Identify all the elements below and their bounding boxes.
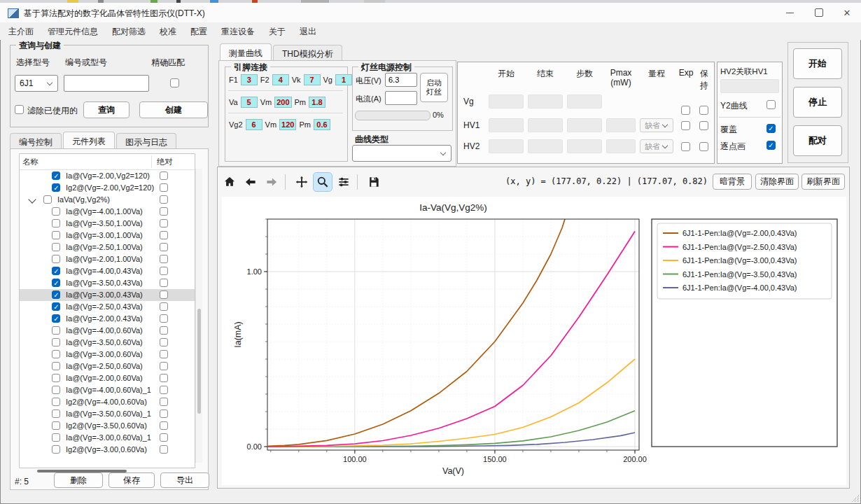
expander-icon[interactable] bbox=[28, 195, 36, 203]
abs-checkbox[interactable] bbox=[160, 314, 168, 323]
pair-button[interactable]: 配对 bbox=[793, 125, 842, 156]
model-select[interactable]: 6J1 bbox=[15, 75, 58, 92]
exp-checkbox[interactable] bbox=[681, 121, 690, 130]
create-button[interactable]: 创建 bbox=[139, 102, 208, 118]
menu-item[interactable]: 配对筛选 bbox=[105, 22, 153, 41]
item-checkbox[interactable] bbox=[52, 290, 60, 299]
list-item[interactable]: Ig2@(Vg=-3.50,0.60Va) bbox=[20, 420, 195, 432]
left-tab[interactable]: 元件列表 bbox=[63, 132, 115, 150]
exact-match-checkbox[interactable] bbox=[170, 78, 179, 88]
menu-item[interactable]: 主介面 bbox=[1, 22, 41, 41]
pin-field[interactable]: 6 bbox=[246, 119, 262, 130]
item-checkbox[interactable] bbox=[52, 362, 60, 370]
item-checkbox[interactable] bbox=[52, 279, 60, 287]
abs-checkbox[interactable] bbox=[160, 302, 168, 311]
back-icon[interactable] bbox=[241, 173, 260, 191]
pin-field[interactable]: 200 bbox=[274, 97, 291, 108]
abs-checkbox[interactable] bbox=[160, 183, 168, 192]
item-checkbox[interactable] bbox=[52, 243, 60, 251]
abs-checkbox[interactable] bbox=[160, 386, 168, 394]
pin-field[interactable]: 4 bbox=[272, 74, 289, 85]
abs-checkbox[interactable] bbox=[160, 362, 168, 370]
list-item[interactable]: Ia@(Vg=-3.00,0.60Va) bbox=[20, 349, 195, 360]
item-checkbox[interactable] bbox=[52, 183, 60, 192]
list-item[interactable]: Ia@(Vg=-3.00,1.00Va) bbox=[20, 230, 195, 241]
stop-button[interactable]: 停止 bbox=[793, 87, 842, 118]
abs-checkbox[interactable] bbox=[160, 255, 168, 263]
item-checkbox[interactable] bbox=[52, 410, 60, 418]
abs-checkbox[interactable] bbox=[160, 326, 168, 335]
save-icon[interactable] bbox=[365, 173, 383, 191]
list-item[interactable]: Ia@(Vg=-4.00,1.00Va) bbox=[20, 206, 195, 218]
pointwise-checkbox[interactable] bbox=[766, 141, 776, 150]
abs-checkbox[interactable] bbox=[160, 421, 168, 430]
delete-button[interactable]: 删除 bbox=[54, 472, 103, 488]
save-button[interactable]: 保存 bbox=[108, 472, 155, 488]
maximize-button[interactable] bbox=[805, 3, 833, 22]
abs-checkbox[interactable] bbox=[160, 374, 168, 382]
current-input[interactable] bbox=[385, 91, 417, 105]
menu-item[interactable]: 配置 bbox=[183, 22, 214, 41]
abs-checkbox[interactable] bbox=[160, 338, 168, 346]
list-item[interactable]: Ia@(Vg=-3.00,0.43Va) bbox=[20, 289, 195, 301]
item-checkbox[interactable] bbox=[52, 255, 60, 263]
list-item[interactable]: Ia@(Vg=-4.00,0.43Va) bbox=[20, 265, 195, 277]
menu-item[interactable]: 管理元件信息 bbox=[41, 22, 105, 41]
pin-field[interactable]: 3 bbox=[241, 74, 258, 85]
hold-checkbox[interactable] bbox=[699, 142, 708, 151]
resize-grip[interactable] bbox=[852, 495, 859, 502]
serial-input[interactable] bbox=[64, 75, 149, 92]
list-item[interactable]: Ia@(Vg=-3.50,0.43Va) bbox=[20, 277, 195, 289]
abs-checkbox[interactable] bbox=[160, 195, 168, 204]
zoom-icon[interactable] bbox=[314, 173, 332, 191]
list-item[interactable]: Ia@(Vg=-2.00,0.43Va) bbox=[20, 313, 195, 325]
vertical-scrollbar-thumb[interactable] bbox=[197, 309, 201, 414]
list-item[interactable]: Ia@(Vg=-2.00,1.00Va) bbox=[20, 253, 195, 265]
range-select[interactable]: 缺省 bbox=[640, 139, 673, 153]
item-checkbox[interactable] bbox=[52, 302, 60, 311]
list-item[interactable]: Ia@(Vg=-2.00,0.60Va) bbox=[20, 372, 195, 384]
start-button[interactable]: 开始 bbox=[793, 48, 842, 79]
overlay-checkbox[interactable] bbox=[766, 124, 776, 133]
start-filament-button[interactable]: 启动 灯丝 bbox=[420, 73, 448, 102]
item-checkbox[interactable] bbox=[52, 433, 60, 442]
close-button[interactable]: ✕ bbox=[833, 3, 861, 22]
voltage-input[interactable] bbox=[385, 73, 417, 87]
chart-canvas[interactable]: 100.00150.00200.000.001.00Ia-Va(Vg,Vg2%)… bbox=[222, 197, 846, 485]
abs-checkbox[interactable] bbox=[160, 410, 168, 418]
exp-checkbox[interactable] bbox=[681, 106, 690, 115]
minimize-button[interactable] bbox=[776, 3, 804, 22]
list-item[interactable]: Ig2@(Vg=-2.00,Vg2=120) bbox=[20, 182, 195, 194]
abs-checkbox[interactable] bbox=[160, 398, 168, 406]
abs-checkbox[interactable] bbox=[160, 350, 168, 358]
item-checkbox[interactable] bbox=[52, 350, 60, 358]
item-checkbox[interactable] bbox=[52, 421, 60, 430]
pin-field[interactable]: 0.6 bbox=[314, 119, 330, 130]
item-checkbox[interactable] bbox=[43, 195, 52, 204]
home-icon[interactable] bbox=[220, 173, 239, 191]
abs-checkbox[interactable] bbox=[160, 433, 168, 442]
menu-item[interactable]: 关于 bbox=[262, 22, 293, 41]
item-checkbox[interactable] bbox=[52, 445, 60, 454]
list-item[interactable]: Ia@(Vg=-2.00,Vg2=120) bbox=[20, 170, 195, 182]
refresh-view-button[interactable]: 刷新界面 bbox=[802, 174, 845, 190]
menu-item[interactable]: 校准 bbox=[153, 22, 183, 41]
list-item[interactable]: Ig2@(Vg=-4.00,0.60Va) bbox=[20, 396, 195, 408]
export-button[interactable]: 导出 bbox=[160, 472, 209, 488]
list-item[interactable]: Ia@(Vg=-4.00,0.60Va)_1 bbox=[20, 384, 195, 396]
item-checkbox[interactable] bbox=[52, 374, 60, 382]
item-checkbox[interactable] bbox=[52, 314, 60, 323]
item-checkbox[interactable] bbox=[52, 386, 60, 394]
pan-icon[interactable] bbox=[293, 173, 311, 191]
abs-checkbox[interactable] bbox=[160, 279, 168, 287]
hold-checkbox[interactable] bbox=[699, 121, 708, 130]
pin-field[interactable]: 120 bbox=[279, 119, 296, 130]
menu-item[interactable]: 退出 bbox=[293, 22, 323, 41]
clear-view-button[interactable]: 清除界面 bbox=[755, 174, 799, 190]
menu-item[interactable]: 重连设备 bbox=[214, 22, 262, 41]
list-item[interactable]: Ia@(Vg=-3.50,1.00Va) bbox=[20, 218, 195, 230]
y2-curve-checkbox[interactable] bbox=[766, 100, 776, 109]
list-item[interactable]: Ig2@(Vg=-3.00,0.60Va) bbox=[20, 444, 195, 456]
abs-checkbox[interactable] bbox=[160, 231, 168, 239]
item-checkbox[interactable] bbox=[52, 219, 60, 227]
